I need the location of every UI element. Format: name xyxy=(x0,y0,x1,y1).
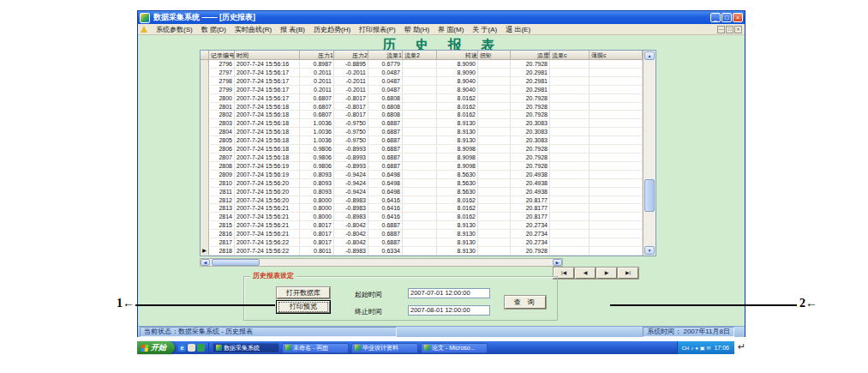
menu-item[interactable]: 关 于(A) xyxy=(468,25,501,34)
table-row[interactable]: 28042007-7-24 15:56:181.0036-0.97500.688… xyxy=(201,128,643,136)
table-cell: 8.0162 xyxy=(437,103,478,111)
menu-item[interactable]: 界 面(M) xyxy=(434,25,468,34)
table-cell xyxy=(550,162,590,171)
table-row[interactable]: 27972007-7-24 15:56:170.2011-0.20110.048… xyxy=(201,69,643,77)
table-row[interactable]: 27992007-7-24 15:56:170.2011-0.20110.048… xyxy=(201,86,643,94)
table-cell: -0.8895 xyxy=(334,60,368,69)
query-button[interactable]: 查 询 xyxy=(505,296,546,309)
scroll-left-icon[interactable]: ◀ xyxy=(201,259,210,266)
horizontal-scrollbar[interactable]: ◀ ▶ xyxy=(200,258,563,267)
menu-item[interactable]: 退 出(E) xyxy=(501,25,535,34)
table-row[interactable]: 28162007-7-24 15:56:210.8017-0.80420.688… xyxy=(201,230,643,238)
column-header[interactable]: 转速 xyxy=(437,51,478,60)
table-cell xyxy=(403,171,437,179)
table-row[interactable]: 27982007-7-24 15:56:170.2011-0.20110.048… xyxy=(201,77,643,86)
table-row[interactable]: 27962007-7-24 15:56:160.8987-0.88950.677… xyxy=(201,60,643,69)
table-row[interactable]: 28092007-7-24 15:56:190.8093-0.94240.649… xyxy=(201,171,643,179)
mdi-control-button[interactable]: — xyxy=(717,26,725,33)
table-cell xyxy=(550,103,590,111)
column-header[interactable]: 薄膜c xyxy=(590,51,643,60)
column-header[interactable]: 流量2 xyxy=(403,51,437,60)
column-header[interactable]: 压力1 xyxy=(300,51,334,60)
network-icon[interactable]: ▣ xyxy=(700,345,705,352)
end-time-input[interactable]: 2007-08-01 12:00:00 xyxy=(408,305,490,316)
table-cell xyxy=(478,69,511,77)
menu-item[interactable]: 报 表(B) xyxy=(276,25,309,34)
menu-item[interactable]: 系统参数(S) xyxy=(152,25,197,34)
table-row[interactable]: 28022007-7-24 15:56:180.6807-0.80170.680… xyxy=(201,111,643,119)
horizontal-scrollbar-thumb[interactable] xyxy=(212,259,260,266)
table-cell: 20.8177 xyxy=(511,204,550,213)
open-database-button[interactable]: 打开数据库 xyxy=(277,287,330,298)
table-row[interactable]: 28142007-7-24 15:56:210.8000-0.89830.641… xyxy=(201,213,643,221)
column-header[interactable]: 时间 xyxy=(235,51,300,60)
table-row[interactable]: 28102007-7-24 15:56:200.8093-0.94240.649… xyxy=(201,179,643,188)
system-tray: CH♪●▣✉ 17:06 xyxy=(677,341,734,354)
title-bar[interactable]: 数据采集系统 —— [历史报表] _ □ × xyxy=(138,11,745,24)
scroll-up-icon[interactable]: ▲ xyxy=(644,51,655,60)
table-cell: 8.9090 xyxy=(437,60,478,69)
antivirus-icon[interactable]: ● xyxy=(695,345,698,352)
taskbar-task[interactable]: 数据采集系统 xyxy=(213,343,279,353)
history-data-grid[interactable]: 记录编号时间压力1压力2流量1流量2转速扭矩温度流量c薄膜c 27962007-… xyxy=(200,50,656,256)
column-header[interactable]: 记录编号 xyxy=(209,51,235,60)
navigator-button[interactable]: ▶| xyxy=(618,268,638,279)
table-cell: -0.2011 xyxy=(334,69,368,77)
table-row[interactable]: 28012007-7-24 15:56:180.6807-0.80170.680… xyxy=(201,103,643,111)
table-row[interactable]: 28122007-7-24 15:56:200.8000-0.89830.641… xyxy=(201,196,643,205)
table-cell: 2809 xyxy=(209,171,235,179)
mdi-control-button[interactable]: □ xyxy=(726,26,733,33)
minimize-button[interactable]: _ xyxy=(710,13,721,22)
print-preview-button[interactable]: 打印预览 xyxy=(277,301,330,313)
table-row[interactable]: 28002007-7-24 15:56:170.6807-0.80170.680… xyxy=(201,94,643,103)
message-icon[interactable]: ✉ xyxy=(706,345,710,352)
menu-item[interactable]: 实时曲线(R) xyxy=(230,25,276,34)
taskbar-task[interactable]: 未命名 - 画图 xyxy=(282,343,349,353)
table-row[interactable]: 28112007-7-24 15:56:200.8093-0.94240.649… xyxy=(201,188,643,196)
paragraph-return-mark: ↵ xyxy=(738,341,745,352)
taskbar-task[interactable]: 论文 - Microso... xyxy=(421,343,488,353)
table-cell xyxy=(403,103,437,111)
table-row[interactable]: 28172007-7-24 15:56:220.8017-0.80420.688… xyxy=(201,238,643,247)
media-player-icon[interactable] xyxy=(197,344,205,352)
table-cell: 0.9806 xyxy=(300,153,334,162)
start-button[interactable]: 开始 xyxy=(137,341,175,354)
show-desktop-icon[interactable] xyxy=(188,344,195,352)
taskbar-task[interactable]: 毕业设计资料 xyxy=(351,343,418,353)
mdi-control-button[interactable]: × xyxy=(734,26,742,33)
column-header[interactable]: 压力2 xyxy=(334,51,368,60)
table-cell: 20.3083 xyxy=(511,119,550,128)
table-row[interactable]: ▶28182007-7-24 15:56:220.8011-0.89830.63… xyxy=(201,247,643,256)
navigator-button[interactable]: ◀ xyxy=(575,268,596,279)
column-header[interactable]: 流量c xyxy=(550,51,590,60)
column-header[interactable]: 流量1 xyxy=(368,51,403,60)
close-button[interactable]: × xyxy=(733,13,743,22)
table-cell xyxy=(590,221,643,230)
table-row[interactable]: 28052007-7-24 15:56:181.0036-0.97500.688… xyxy=(201,136,643,145)
table-cell: 0.6498 xyxy=(368,179,403,188)
table-cell: 0.6808 xyxy=(368,103,403,111)
menu-item[interactable]: 打印报表(P) xyxy=(355,25,400,34)
table-row[interactable]: 28062007-7-24 15:56:180.9806-0.89930.688… xyxy=(201,145,643,153)
ie-icon[interactable]: e xyxy=(178,344,186,352)
vertical-scrollbar-thumb[interactable] xyxy=(644,179,655,212)
scroll-down-icon[interactable]: ▼ xyxy=(644,246,655,255)
table-row[interactable]: 28072007-7-24 15:56:180.9806-0.89930.688… xyxy=(201,153,643,162)
navigator-button[interactable]: ▶ xyxy=(596,268,617,279)
table-row[interactable]: 28032007-7-24 15:56:181.0036-0.97500.688… xyxy=(201,119,643,128)
language-indicator[interactable]: CH xyxy=(681,345,689,352)
restore-button[interactable]: □ xyxy=(721,13,732,22)
table-row[interactable]: 28082007-7-24 15:56:190.9806-0.89930.688… xyxy=(201,162,643,171)
menu-item[interactable]: 历史趋势(H) xyxy=(309,25,355,34)
menu-item[interactable]: 数 据(D) xyxy=(197,25,230,34)
table-row[interactable]: 28152007-7-24 15:56:210.8017-0.80420.688… xyxy=(201,221,643,230)
column-header[interactable]: 温度 xyxy=(511,51,550,60)
vertical-scrollbar[interactable]: ▲ ▼ xyxy=(643,51,655,256)
table-cell: 8.9130 xyxy=(437,128,478,136)
table-row[interactable]: 28132007-7-24 15:56:210.8000-0.89830.641… xyxy=(201,204,643,213)
volume-icon[interactable]: ♪ xyxy=(691,345,693,352)
start-time-input[interactable]: 2007-07-01 12:00:00 xyxy=(408,288,490,298)
menu-item[interactable]: 帮 助(H) xyxy=(400,25,434,34)
column-header[interactable]: 扭矩 xyxy=(478,51,511,60)
scroll-right-icon[interactable]: ▶ xyxy=(553,259,562,266)
